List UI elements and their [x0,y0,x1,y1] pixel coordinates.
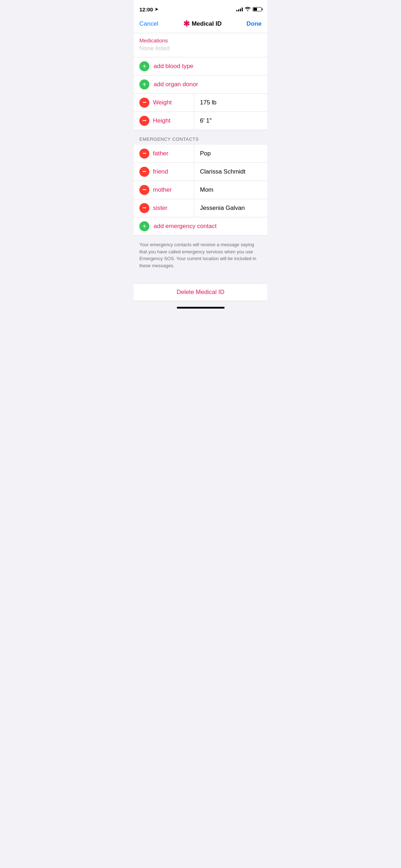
weight-row: − Weight 175 lb [134,94,267,112]
contact-father-row: − father Pop [134,145,267,163]
status-bar: 12:00 ➤ [134,0,267,16]
contact-sister-left: − sister [134,199,194,217]
contact-friend-row: − friend Clarissa Schmidt [134,163,267,181]
add-emergency-contact-icon: + [139,221,149,231]
height-label: Height [153,117,170,124]
add-blood-type-icon: + [139,61,149,71]
contact-father-remove-button[interactable]: − [139,149,149,159]
add-organ-donor-icon: + [139,79,149,89]
add-organ-donor-row[interactable]: + add organ donor [134,76,267,94]
wifi-icon [245,7,251,12]
contact-sister-row: − sister Jessenia Galvan [134,199,267,217]
footer-note: Your emergency contacts will receive a m… [134,236,267,276]
weight-left: − Weight [134,94,194,112]
home-indicator [134,301,267,316]
add-organ-donor-label: add organ donor [154,81,198,88]
signal-bars-icon [236,7,243,11]
medications-value: None listed [139,45,262,52]
add-emergency-contact-row[interactable]: + add emergency contact [134,217,267,236]
height-left: − Height [134,112,194,130]
contact-mother-relationship: mother [153,186,172,193]
add-blood-type-label: add blood type [154,63,194,70]
contact-friend-name[interactable]: Clarissa Schmidt [194,163,267,181]
contact-friend-left: − friend [134,163,194,181]
contact-sister-relationship: sister [153,205,168,212]
add-blood-type-row[interactable]: + add blood type [134,57,267,76]
contact-friend-relationship: friend [153,168,168,175]
contact-mother-name[interactable]: Mom [194,181,267,199]
height-value[interactable]: 6′ 1″ [194,112,267,130]
height-remove-button[interactable]: − [139,116,149,126]
weight-label: Weight [153,99,172,106]
status-icons [236,7,262,12]
contact-mother-left: − mother [134,181,194,199]
contact-father-relationship: father [153,150,168,157]
medications-section: Medications None listed [134,33,267,57]
contact-father-left: − father [134,145,194,162]
contact-father-name[interactable]: Pop [194,145,267,162]
status-time: 12:00 ➤ [139,6,158,12]
medications-label: Medications [139,37,262,43]
weight-remove-button[interactable]: − [139,98,149,108]
weight-value[interactable]: 175 lb [194,94,267,112]
cancel-button[interactable]: Cancel [139,20,158,27]
home-bar [177,307,225,309]
nav-title: ✱ Medical ID [183,19,222,29]
contact-mother-remove-button[interactable]: − [139,185,149,195]
emergency-contacts-header: EMERGENCY CONTACTS [134,130,267,145]
battery-icon [253,7,262,11]
done-button[interactable]: Done [246,20,262,27]
contact-sister-remove-button[interactable]: − [139,203,149,213]
height-row: − Height 6′ 1″ [134,112,267,130]
add-emergency-contact-label: add emergency contact [154,223,217,230]
delete-medical-id-row[interactable]: Delete Medical ID [134,283,267,301]
contact-sister-name[interactable]: Jessenia Galvan [194,199,267,217]
contact-friend-remove-button[interactable]: − [139,167,149,177]
delete-medical-id-label: Delete Medical ID [176,289,224,296]
nav-bar: Cancel ✱ Medical ID Done [134,16,267,33]
contact-mother-row: − mother Mom [134,181,267,199]
medical-id-asterisk-icon: ✱ [183,19,190,29]
